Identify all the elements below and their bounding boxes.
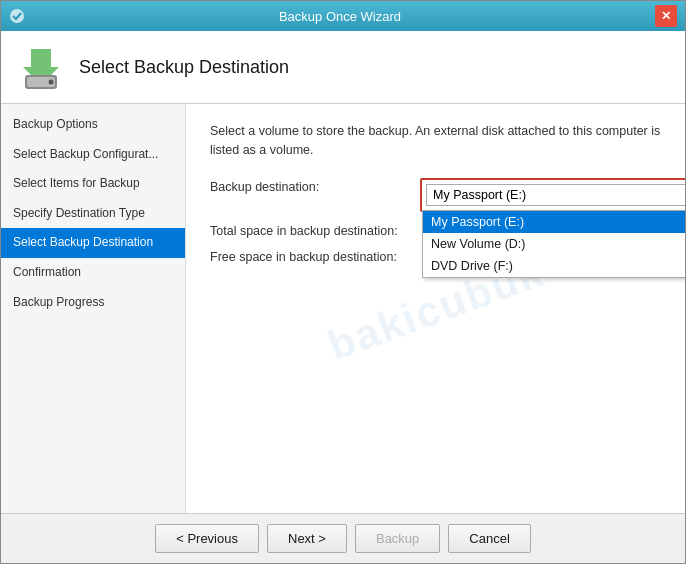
main-content-area: bakicubuk Select a volume to store the b… xyxy=(186,104,685,513)
dropdown-option-new-volume-item[interactable]: New Volume (D:) xyxy=(423,233,685,255)
sidebar-item-select-backup-destination[interactable]: Select Backup Destination xyxy=(1,228,185,258)
backup-destination-row: Backup destination: My Passport (E:) New… xyxy=(210,178,661,212)
sidebar-item-backup-options[interactable]: Backup Options xyxy=(1,110,185,140)
backup-destination-label: Backup destination: xyxy=(210,178,420,194)
dropdown-container: My Passport (E:) New Volume (D:) DVD Dri… xyxy=(420,178,685,212)
svg-point-0 xyxy=(10,9,24,23)
previous-button[interactable]: < Previous xyxy=(155,524,259,553)
title-bar: Backup Once Wizard ✕ xyxy=(1,1,685,31)
header-icon xyxy=(17,43,65,91)
window-title: Backup Once Wizard xyxy=(25,9,655,24)
page-title: Select Backup Destination xyxy=(79,57,289,78)
dropdown-option-dvd-item[interactable]: DVD Drive (F:) xyxy=(423,255,685,277)
total-space-label: Total space in backup destination: xyxy=(210,222,420,238)
close-button[interactable]: ✕ xyxy=(655,5,677,27)
sidebar-item-select-backup-config[interactable]: Select Backup Configurat... xyxy=(1,140,185,170)
instructions-text: Select a volume to store the backup. An … xyxy=(210,122,661,160)
cancel-button[interactable]: Cancel xyxy=(448,524,530,553)
dropdown-wrapper: My Passport (E:) New Volume (D:) DVD Dri… xyxy=(426,184,685,206)
sidebar-item-confirmation[interactable]: Confirmation xyxy=(1,258,185,288)
footer: < Previous Next > Backup Cancel xyxy=(1,513,685,563)
header-area: Select Backup Destination xyxy=(1,31,685,104)
sidebar-item-select-items[interactable]: Select Items for Backup xyxy=(1,169,185,199)
sidebar-item-specify-destination-type[interactable]: Specify Destination Type xyxy=(1,199,185,229)
content-area: Backup Options Select Backup Configurat.… xyxy=(1,104,685,513)
dropdown-open-list: My Passport (E:) New Volume (D:) DVD Dri… xyxy=(422,210,685,278)
svg-point-4 xyxy=(49,80,54,85)
app-icon xyxy=(9,8,25,24)
main-window: Backup Once Wizard ✕ Select Backup Desti… xyxy=(0,0,686,564)
sidebar: Backup Options Select Backup Configurat.… xyxy=(1,104,186,513)
backup-destination-select[interactable]: My Passport (E:) New Volume (D:) DVD Dri… xyxy=(426,184,685,206)
dropdown-option-passport-item[interactable]: My Passport (E:) xyxy=(423,211,685,233)
sidebar-item-backup-progress[interactable]: Backup Progress xyxy=(1,288,185,318)
next-button[interactable]: Next > xyxy=(267,524,347,553)
free-space-label: Free space in backup destination: xyxy=(210,248,420,264)
backup-button[interactable]: Backup xyxy=(355,524,440,553)
